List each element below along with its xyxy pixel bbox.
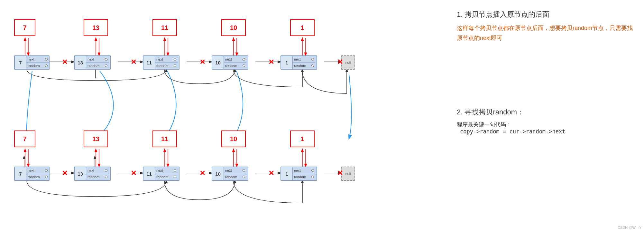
info-code-label: 程序最关键一句代码： copy->random = cur->random->n… bbox=[457, 121, 638, 135]
cross-top-3: ✕ bbox=[199, 58, 205, 66]
node-bot-10: 10 next random bbox=[212, 167, 248, 181]
node-val-top-13: 13 bbox=[75, 56, 86, 69]
node-bot-7: 7 next random bbox=[14, 167, 50, 181]
node-top-13: 13 next random bbox=[74, 55, 111, 70]
copy-box-bot-10: 10 bbox=[221, 130, 246, 147]
copy-box-top-7: 7 bbox=[14, 19, 35, 36]
info-section-2: 2. 寻找拷贝random： 程序最关键一句代码： copy->random =… bbox=[457, 107, 638, 135]
null-node-bottom: null bbox=[341, 167, 355, 181]
cross-bot-2: ✕ bbox=[131, 169, 136, 178]
cross-bot-4: ✕ bbox=[268, 169, 274, 178]
cross-bot-3: ✕ bbox=[199, 169, 205, 178]
node-top-10: 10 next random bbox=[212, 55, 248, 70]
node-val-top-7: 7 bbox=[15, 56, 26, 69]
info-title-1: 1. 拷贝节点插入原节点的后面 bbox=[457, 10, 638, 19]
cross-bot-5: ✕ bbox=[337, 169, 343, 178]
info-area: 1. 拷贝节点插入原节点的后面 这样每个拷贝节点都在原节点后面，想要拷贝rand… bbox=[450, 0, 644, 232]
node-next-top-7: next bbox=[26, 56, 49, 63]
node-bot-13: 13 next random bbox=[74, 167, 111, 181]
cross-top-2: ✕ bbox=[131, 58, 136, 66]
copy-box-bot-13: 13 bbox=[84, 130, 108, 147]
info-title-2: 2. 寻找拷贝random： bbox=[457, 107, 638, 117]
info-body-1: 这样每个拷贝节点都在原节点后面，想要拷贝random节点，只需要找原节点的nex… bbox=[457, 23, 638, 43]
node-random-top-7: random bbox=[26, 63, 49, 69]
watermark: CSDN @W---Y bbox=[618, 226, 641, 229]
node-bot-1: 1 next random bbox=[281, 167, 317, 181]
copy-box-top-11: 11 bbox=[152, 19, 177, 36]
node-top-11: 11 next random bbox=[143, 55, 179, 70]
cross-top-1: ✕ bbox=[62, 58, 68, 66]
copy-box-bot-11: 11 bbox=[152, 130, 177, 147]
node-bot-11: 11 next random bbox=[143, 167, 179, 181]
copy-box-top-1: 1 bbox=[290, 19, 315, 36]
cross-bot-1: ✕ bbox=[62, 169, 68, 178]
info-section-1: 1. 拷贝节点插入原节点的后面 这样每个拷贝节点都在原节点后面，想要拷贝rand… bbox=[457, 10, 638, 43]
copy-box-bot-1: 1 bbox=[290, 130, 315, 147]
copy-box-top-13: 13 bbox=[84, 19, 108, 36]
node-top-7: 7 next random bbox=[14, 55, 50, 70]
copy-box-top-10: 10 bbox=[221, 19, 246, 36]
cross-top-5: ✕ bbox=[337, 58, 343, 66]
copy-box-bot-7: 7 bbox=[14, 130, 35, 147]
cross-top-4: ✕ bbox=[268, 58, 274, 66]
null-node-top: null bbox=[341, 55, 355, 70]
node-top-1: 1 next random bbox=[281, 55, 317, 70]
diagram-area: 7 next random 13 next random 11 next ran… bbox=[0, 0, 450, 232]
